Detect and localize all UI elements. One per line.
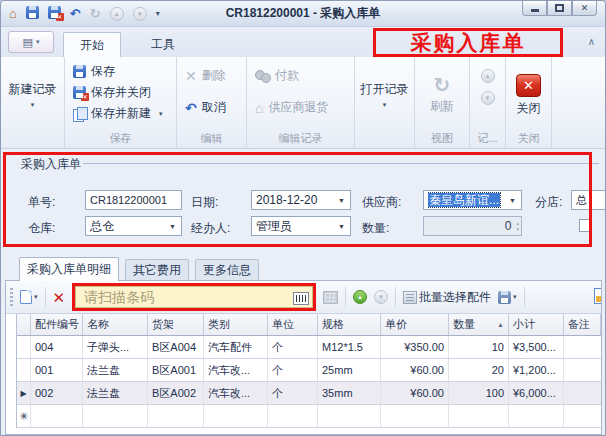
- operator-label: 经办人:: [191, 220, 230, 237]
- close-icon: ✕: [516, 74, 541, 97]
- collapse-ribbon-icon[interactable]: ∧: [588, 36, 595, 47]
- col-part-no[interactable]: 配件编号: [31, 314, 83, 335]
- group-label-save: 保存: [65, 131, 176, 146]
- col-remark[interactable]: 备注: [564, 314, 601, 335]
- minimize-button[interactable]: [522, 1, 547, 16]
- order-no-field[interactable]: CR1812200001: [85, 190, 182, 210]
- export-save-button[interactable]: ▾: [498, 291, 517, 304]
- group-new: 新建记录 ▾: [1, 57, 65, 148]
- cell-shelf[interactable]: B区A004: [148, 336, 204, 358]
- cell-part-no[interactable]: 002: [31, 382, 83, 404]
- form-title-rule: [83, 163, 599, 164]
- row-selector[interactable]: [17, 359, 31, 381]
- cell-unit-price[interactable]: ¥60.00: [381, 359, 449, 381]
- cell-category[interactable]: 汽车改...: [204, 359, 268, 381]
- cell-spec[interactable]: 35mm: [318, 382, 381, 404]
- grid-view-icon: [323, 291, 338, 304]
- group-open: 打开记录 ▾: [355, 57, 415, 148]
- app-menu-dropdown-icon: ▾: [36, 38, 40, 46]
- cell-subtotal[interactable]: ¥3,500...: [509, 336, 564, 358]
- col-subtotal[interactable]: 小计: [509, 314, 564, 335]
- col-unit[interactable]: 单位: [268, 314, 318, 335]
- col-name[interactable]: 名称: [83, 314, 148, 335]
- tab-other-fees[interactable]: 其它费用: [125, 259, 189, 281]
- cell-shelf[interactable]: B区A001: [148, 359, 204, 381]
- cancel-button[interactable]: ↶ 取消: [181, 97, 242, 118]
- add-row-button[interactable]: ▾: [20, 290, 38, 304]
- cell-name[interactable]: 法兰盘: [83, 382, 148, 404]
- cell-subtotal[interactable]: ¥1,200...: [509, 359, 564, 381]
- cell-category[interactable]: 汽车配件: [204, 336, 268, 358]
- app-window: ⌂ ✕ ↶ ↻ ▲ ▼ ▾ CR1812200001 - 采购入库单 ✕ ▤ ▾…: [0, 0, 606, 436]
- batch-select-icon: [403, 291, 417, 304]
- app-menu-button[interactable]: ▤ ▾: [8, 31, 54, 53]
- move-up-icon[interactable]: ▲: [353, 290, 367, 304]
- cell-remark[interactable]: [564, 359, 601, 381]
- date-combo[interactable]: 2018-12-20 ▼: [251, 190, 351, 210]
- cell-subtotal[interactable]: ¥6,000...: [509, 382, 564, 404]
- barcode-input[interactable]: [75, 286, 313, 308]
- cell-unit[interactable]: 个: [268, 382, 318, 404]
- cell-spec[interactable]: M12*1.5: [318, 336, 381, 358]
- close-window-button[interactable]: ✕: [572, 1, 597, 16]
- qat-save-close-button[interactable]: ✕: [48, 5, 61, 23]
- cell-name[interactable]: 法兰盘: [83, 359, 148, 381]
- supplier-label: 供应商:: [362, 194, 401, 211]
- cell-qty[interactable]: 10: [449, 336, 509, 358]
- undo-icon: ↶: [185, 100, 197, 116]
- warehouse-label: 仓库:: [28, 220, 55, 237]
- cell-unit[interactable]: 个: [268, 359, 318, 381]
- maximize-button[interactable]: [547, 1, 572, 16]
- coins-icon: [255, 70, 270, 82]
- row-selector[interactable]: [17, 336, 31, 358]
- save-and-new-button[interactable]: 保存并新建 ▾: [69, 103, 172, 124]
- operator-combo[interactable]: 管理员 ▼: [251, 216, 351, 236]
- col-unit-price[interactable]: 单价: [381, 314, 449, 335]
- branch-field[interactable]: 总: [571, 190, 606, 210]
- cell-qty[interactable]: 100: [449, 382, 509, 404]
- dropdown-icon: ▾: [383, 101, 387, 109]
- cell-qty[interactable]: 20: [449, 359, 509, 381]
- cell-shelf[interactable]: B区A002: [148, 382, 204, 404]
- table-new-row[interactable]: ✳: [17, 405, 601, 428]
- col-shelf[interactable]: 货架: [148, 314, 204, 335]
- cell-name[interactable]: 子弹头...: [83, 336, 148, 358]
- save-close-icon: ✕: [48, 6, 61, 19]
- cell-unit-price[interactable]: ¥60.00: [381, 382, 449, 404]
- col-category[interactable]: 类别: [204, 314, 268, 335]
- tab-detail[interactable]: 采购入库单明细: [19, 257, 119, 281]
- supplier-combo[interactable]: 秦皇岛新谊... ▼: [423, 190, 522, 210]
- refresh-button: ↻ 刷新: [419, 61, 465, 129]
- cell-remark[interactable]: [564, 336, 601, 358]
- partial-checkbox[interactable]: [579, 219, 592, 232]
- save-button[interactable]: 保存: [69, 61, 172, 82]
- new-record-button[interactable]: 新建记录 ▾: [5, 61, 60, 129]
- cell-part-no[interactable]: 004: [31, 336, 83, 358]
- save-icon: [498, 291, 511, 304]
- cell-remark[interactable]: [564, 382, 601, 404]
- cell-spec[interactable]: 25mm: [318, 359, 381, 381]
- undo-icon[interactable]: ↶: [70, 7, 81, 20]
- home-payment-icon[interactable]: ⌂: [9, 7, 17, 20]
- tab-tools[interactable]: 工具: [135, 32, 191, 57]
- tab-more-info[interactable]: 更多信息: [195, 259, 259, 281]
- cell-part-no[interactable]: 001: [31, 359, 83, 381]
- qat-save-button[interactable]: [26, 5, 39, 23]
- cell-unit[interactable]: 个: [268, 336, 318, 358]
- open-record-button[interactable]: 打开记录 ▾: [359, 61, 410, 129]
- cell-unit-price[interactable]: ¥350.00: [381, 336, 449, 358]
- warehouse-combo[interactable]: 总仓 ▼: [85, 216, 182, 236]
- col-qty[interactable]: 数量 ▲: [449, 314, 509, 335]
- batch-select-button[interactable]: 批量选择配件: [403, 289, 491, 306]
- save-and-close-button[interactable]: ✕ 保存并关闭: [69, 82, 172, 103]
- col-spec[interactable]: 规格: [318, 314, 381, 335]
- qat-dropdown-icon[interactable]: ▾: [156, 9, 160, 18]
- tab-home[interactable]: 开始: [63, 32, 121, 57]
- toolbar-grip[interactable]: [10, 288, 13, 306]
- row-selector[interactable]: ▶: [17, 382, 31, 404]
- close-button[interactable]: ✕ 关闭: [510, 61, 547, 129]
- table-row-selected: ▶ 002 法兰盘 B区A002 汽车改... 个 35mm ¥60.00 10…: [17, 382, 601, 405]
- cell-category[interactable]: 汽车改...: [204, 382, 268, 404]
- delete-row-icon[interactable]: ✕: [53, 290, 66, 305]
- combo-arrow-icon: ▼: [335, 197, 348, 204]
